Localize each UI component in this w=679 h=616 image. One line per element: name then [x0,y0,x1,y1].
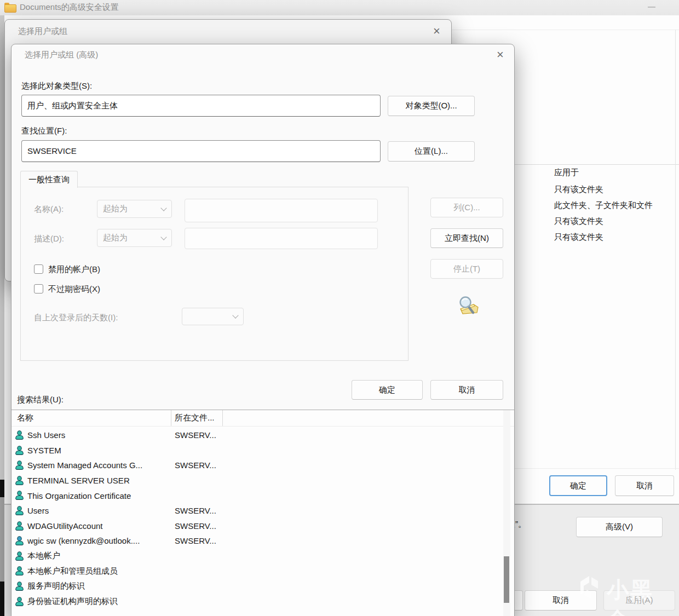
column-divider[interactable] [171,410,171,426]
days-since-logon-select[interactable] [182,308,244,325]
find-now-button[interactable]: 立即查找(N) [430,228,503,248]
results-header-bottom-line [11,426,514,427]
result-name: System Managed Accounts G... [27,460,142,470]
result-name: 本地帐户 [27,551,60,561]
name-operator-value: 起始为 [103,204,128,214]
desktop-strip [0,480,4,497]
tab-common-queries-label: 一般性查询 [28,175,70,185]
result-name: TERMINAL SERVER USER [27,476,130,485]
security-cancel-label: 取消 [636,481,653,491]
result-name: 身份验证机构声明的标识 [27,596,118,607]
permissions-header-divider [514,164,679,165]
window-left-edge [0,15,4,480]
name-input[interactable] [185,199,378,222]
cancel-button[interactable]: 取消 [430,380,503,400]
result-name: Users [27,506,49,515]
close-icon[interactable]: × [433,26,440,37]
location-label: 查找位置(F): [21,126,67,136]
security-ok-button[interactable]: 确定 [549,475,607,496]
advanced-button[interactable]: 高级(V) [576,517,663,537]
stop-button[interactable]: 停止(T) [430,259,503,279]
buttons-divider [514,468,679,469]
window-title: Documents的高级安全设置 [20,2,119,13]
column-divider[interactable] [222,410,223,426]
name-label: 名称(A): [34,204,64,215]
results-col-name[interactable]: 名称 [17,413,33,423]
chevron-down-icon [232,312,238,318]
list-item[interactable]: 服务声明的标识 [11,579,503,594]
object-type-value: 用户、组或内置安全主体 [27,101,118,110]
columns-button-label: 列(C)... [453,203,480,213]
result-name: 本地帐户和管理员组成员 [27,566,118,577]
result-folder: SWSERV... [175,506,216,515]
applies-to-list: 只有该文件夹此文件夹、子文件夹和文件只有该文件夹只有该文件夹 [554,181,653,245]
close-icon[interactable]: × [497,49,504,60]
user-icon [15,476,24,485]
apply-button[interactable]: 应用(A) [603,590,675,611]
location-value: SWSERVICE [27,146,77,156]
description-operator-select[interactable]: 起始为 [97,229,172,247]
days-since-logon-label: 自上次登录后的天数(I): [34,313,118,323]
list-item[interactable]: 身份验证机构声明的标识 [11,594,503,609]
result-name: WDAGUtilityAccount [27,521,103,531]
list-item[interactable]: This Organization Certificate [11,488,503,503]
user-icon [15,506,24,515]
location-field[interactable]: SWSERVICE [21,140,381,162]
locations-button[interactable]: 位置(L)... [388,141,475,162]
columns-button[interactable]: 列(C)... [430,198,503,217]
list-item[interactable]: wgic sw (kennyzdk@outlook....SWSERV... [11,533,503,549]
select-dialog-title: 选择用户或组 [18,26,67,37]
list-item[interactable]: SYSTEM [11,443,503,458]
object-type-label: 选择此对象类型(S): [21,81,92,91]
list-item[interactable]: 本地帐户 [11,549,503,564]
object-types-button[interactable]: 对象类型(O)... [388,96,475,116]
result-folder: SWSERV... [175,460,216,470]
list-item[interactable]: WDAGUtilityAccountSWSERV... [11,519,503,534]
name-operator-select[interactable]: 起始为 [97,200,172,218]
list-item[interactable]: UsersSWSERV... [11,503,503,519]
window-content-divider [451,30,679,30]
tab-common-queries[interactable]: 一般性查询 [20,171,78,188]
security-cancel-button[interactable]: 取消 [615,475,674,496]
select-user-advanced-dialog: 选择用户或组 (高级) × 选择此对象类型(S): 用户、组或内置安全主体 对象… [11,44,515,616]
non-expiring-password-label: 不过期密码(X) [48,284,100,295]
list-item[interactable]: TERMINAL SERVER USER [11,473,503,488]
disabled-accounts-checkbox[interactable] [34,264,43,274]
security-ok-label: 确定 [570,481,586,491]
description-input[interactable] [185,228,378,249]
applies-to-header[interactable]: 应用于 [554,168,579,178]
list-item[interactable]: 本地帐户和管理员组成员 [11,563,503,579]
user-icon [15,460,24,470]
non-expiring-password-checkbox[interactable] [34,284,43,293]
scrollbar-thumb[interactable] [504,556,509,603]
desktop-strip [0,497,4,582]
user-icon [15,551,24,561]
chevron-down-icon [160,234,166,240]
cancel-button-label: 取消 [459,385,475,395]
user-icon [15,566,24,575]
search-icon [455,295,480,318]
advanced-dialog-title: 选择用户或组 (高级) [25,50,98,60]
list-item[interactable]: System Managed Accounts G...SWSERV... [11,458,503,473]
user-icon [15,521,24,531]
common-queries-panel: 名称(A): 起始为 描述(D): 起始为 禁用的帐户(B) 不过期密码(X) … [20,187,408,361]
ok-button[interactable]: 确定 [352,380,423,400]
result-name: This Organization Certificate [27,491,131,500]
user-icon [15,597,24,606]
minimize-icon[interactable] [648,7,655,8]
properties-cancel-button[interactable]: 取消 [525,590,597,611]
applies-to-value: 只有该文件夹 [554,181,653,197]
results-col-folder[interactable]: 所在文件... [175,413,215,423]
user-icon [15,446,24,455]
disabled-accounts-label: 禁用的帐户(B) [48,264,100,275]
applies-to-value: 只有该文件夹 [554,229,653,245]
list-item[interactable]: Ssh UsersSWSERV... [11,428,503,443]
window-right-edge [675,30,676,470]
results-header-top-line [11,410,514,410]
user-icon [15,430,24,440]
result-folder: SWSERV... [175,536,216,545]
object-type-field[interactable]: 用户、组或内置安全主体 [21,95,381,117]
results-list: Ssh UsersSWSERV...SYSTEMSystem Managed A… [11,428,503,609]
window-titlebar[interactable]: Documents的高级安全设置 [0,0,679,16]
user-icon [15,491,24,500]
